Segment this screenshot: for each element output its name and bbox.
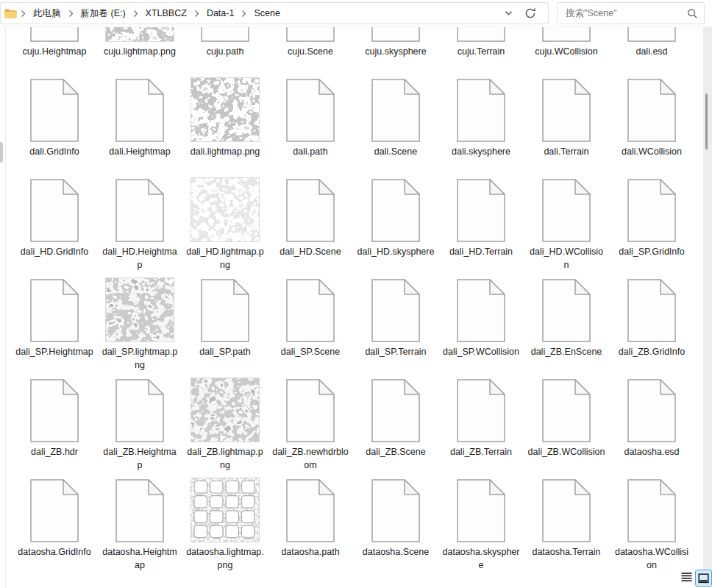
file-name: dali_HD.GridInfo: [21, 246, 88, 259]
document-icon: [12, 27, 97, 42]
file-item[interactable]: dataosha.GridInfo: [12, 478, 97, 559]
file-item[interactable]: dali_SP.path: [182, 277, 268, 359]
file-item[interactable]: dataosha.path: [268, 478, 353, 559]
file-item[interactable]: dali_ZB.Heightmap: [97, 378, 182, 472]
file-name: dali_HD.lightmap.png: [186, 246, 264, 272]
search-box[interactable]: [557, 2, 705, 24]
file-name: dali_SP.Scene: [281, 346, 340, 359]
file-item[interactable]: cuju.Terrain: [438, 27, 524, 59]
file-item[interactable]: cuju.lightmap.png: [97, 27, 182, 59]
document-icon: [609, 378, 694, 442]
file-item[interactable]: dali.lightmap.png: [182, 77, 268, 159]
file-item[interactable]: dataosha.lightmap.png: [182, 478, 268, 572]
document-icon: [524, 177, 609, 242]
address-bar[interactable]: 此电脑 新加卷 (E:) XTLBBCZ Data-1 Scene: [0, 2, 549, 24]
file-name: dali.Scene: [374, 146, 417, 159]
breadcrumb-item-xtlbbcz[interactable]: XTLBBCZ: [139, 5, 193, 21]
file-name: dali_ZB.WCollision: [528, 446, 605, 459]
document-icon: [268, 177, 353, 242]
file-item[interactable]: dali.WCollision: [609, 77, 694, 159]
file-item[interactable]: dali.Heightmap: [97, 77, 182, 159]
file-item[interactable]: dali_ZB.EnScene: [524, 277, 609, 359]
file-name: dali_HD.Heightmap: [101, 246, 179, 272]
vertical-scrollbar-track[interactable]: [703, 27, 712, 575]
file-item[interactable]: dali_ZB.Scene: [353, 378, 438, 459]
file-item[interactable]: dali.esd: [609, 27, 694, 59]
search-icon: [687, 8, 698, 19]
file-item[interactable]: dali.Scene: [353, 77, 438, 159]
file-item[interactable]: dali_HD.WCollision: [524, 177, 609, 272]
refresh-button[interactable]: [521, 4, 539, 22]
file-name: cuju.Terrain: [458, 46, 505, 59]
file-item[interactable]: dali_ZB.WCollision: [524, 378, 609, 459]
toolbar: 此电脑 新加卷 (E:) XTLBBCZ Data-1 Scene: [0, 0, 712, 27]
document-icon: [97, 77, 182, 142]
file-item[interactable]: cuju.Scene: [268, 27, 353, 59]
file-item[interactable]: dali_HD.lightmap.png: [182, 177, 268, 272]
file-item[interactable]: dataosha.skysphere: [438, 478, 524, 572]
document-icon: [438, 27, 524, 42]
document-icon: [609, 27, 694, 42]
file-item[interactable]: dali_ZB.GridInfo: [609, 277, 694, 359]
file-item[interactable]: dali_SP.Heightmap: [12, 277, 97, 359]
file-name: dali_HD.skysphere: [357, 246, 435, 259]
file-item[interactable]: dali_ZB.hdr: [12, 378, 97, 459]
document-icon: [438, 277, 524, 342]
document-icon: [609, 177, 694, 242]
vertical-scrollbar-thumb[interactable]: [705, 93, 708, 149]
file-item[interactable]: dali_HD.GridInfo: [12, 177, 97, 259]
file-item[interactable]: dali_ZB.newhdrbloom: [268, 378, 353, 472]
lightmap-thumbnail: [182, 378, 268, 442]
file-name: dali.Terrain: [544, 146, 588, 159]
breadcrumb-item-scene[interactable]: Scene: [247, 5, 286, 21]
file-item[interactable]: dataosha.Scene: [353, 478, 438, 559]
details-view-button[interactable]: [679, 570, 694, 584]
file-item[interactable]: dali_ZB.Terrain: [438, 378, 524, 459]
file-name: dali_SP.Terrain: [365, 346, 426, 359]
document-icon: [524, 277, 609, 342]
thumbnail-view-icon: [698, 573, 709, 584]
file-item[interactable]: dali_SP.Terrain: [353, 277, 438, 359]
file-item[interactable]: dataosha.Heightmap: [97, 478, 182, 572]
file-item[interactable]: dali_SP.GridInfo: [609, 177, 694, 259]
file-item[interactable]: dali_SP.lightmap.png: [97, 277, 182, 372]
file-item[interactable]: dali_SP.WCollision: [438, 277, 524, 359]
chevron-down-icon: [505, 10, 513, 16]
chevron-right-icon: [132, 10, 139, 18]
file-item[interactable]: cuju.WCollision: [524, 27, 609, 59]
document-icon: [353, 77, 438, 142]
file-item[interactable]: dali.Terrain: [524, 77, 609, 159]
document-icon: [524, 378, 609, 442]
document-icon: [268, 378, 353, 442]
file-name: dataosha.lightmap.png: [186, 546, 264, 572]
file-item[interactable]: cuju.skysphere: [353, 27, 438, 59]
file-item[interactable]: dali.path: [268, 77, 353, 159]
file-item[interactable]: dataosha.esd: [609, 378, 694, 459]
file-item[interactable]: cuju.Heightmap: [12, 27, 97, 59]
file-name: dataosha.esd: [624, 446, 679, 459]
file-item[interactable]: dali.skysphere: [438, 77, 524, 159]
file-item[interactable]: dali_HD.Heightmap: [97, 177, 182, 272]
address-dropdown-button[interactable]: [499, 4, 517, 22]
file-name: dali_HD.Scene: [280, 246, 341, 259]
file-name: cuju.skysphere: [365, 46, 426, 59]
search-input[interactable]: [559, 8, 687, 18]
file-item[interactable]: dataosha.WCollision: [609, 478, 694, 572]
document-icon: [268, 27, 353, 42]
file-item[interactable]: dali_SP.Scene: [268, 277, 353, 359]
document-icon: [182, 277, 268, 342]
file-item[interactable]: dali.GridInfo: [12, 77, 97, 159]
file-item[interactable]: dali_HD.skysphere: [353, 177, 438, 259]
file-item[interactable]: dataosha.Terrain: [524, 478, 609, 559]
file-item[interactable]: cuju.path: [182, 27, 268, 59]
lightmap-thumbnail: [182, 177, 268, 242]
breadcrumb-item-this-pc[interactable]: 此电脑: [26, 4, 68, 23]
file-item[interactable]: dali_HD.Terrain: [438, 177, 524, 259]
file-item[interactable]: dali_HD.Scene: [268, 177, 353, 259]
navigation-pane-scroll-handle[interactable]: [0, 142, 3, 163]
thumbnail-view-button[interactable]: [695, 570, 712, 587]
breadcrumb-item-drive-e[interactable]: 新加卷 (E:): [74, 4, 132, 23]
file-item[interactable]: dali_ZB.lightmap.png: [182, 378, 268, 472]
document-icon: [97, 378, 182, 442]
breadcrumb-item-data-1[interactable]: Data-1: [200, 5, 241, 21]
